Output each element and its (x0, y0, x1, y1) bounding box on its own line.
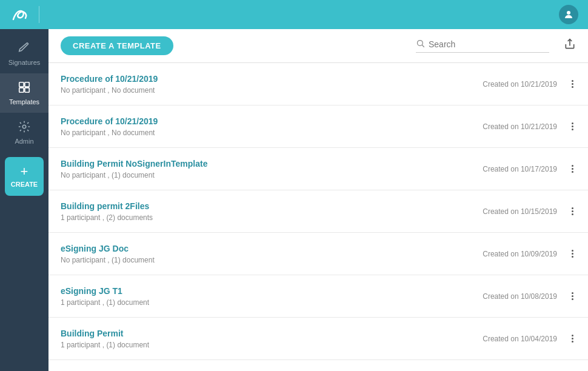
template-info: eSigning JG T1 1 participant , (1) docum… (61, 286, 483, 307)
template-date: Created on 10/04/2019 (483, 335, 557, 343)
sidebar: Signatures Templates Admin (0, 29, 48, 371)
template-row: Building Permit NoSignerInTemplate No pa… (48, 148, 588, 190)
template-row: Building Permit 1 participant , (1) docu… (48, 318, 588, 360)
template-date: Created on 10/08/2019 (483, 292, 557, 301)
template-menu-button[interactable] (569, 78, 576, 90)
template-info: Building permit 2Files 1 participant , (… (61, 201, 483, 222)
menu-dot (572, 250, 573, 252)
signatures-icon (18, 41, 31, 56)
template-meta: No participant , No document (61, 86, 483, 95)
create-template-button[interactable]: CREATE A TEMPLATE (61, 36, 173, 55)
menu-dot (572, 129, 573, 130)
template-name[interactable]: eSigning JG Doc (61, 244, 483, 253)
svg-rect-3 (19, 88, 24, 92)
content-header: CREATE A TEMPLATE (48, 29, 588, 63)
templates-icon (18, 81, 31, 96)
menu-dot (572, 165, 573, 167)
svg-rect-4 (25, 88, 29, 92)
menu-dot (572, 168, 573, 170)
sidebar-item-templates[interactable]: Templates (0, 73, 48, 113)
template-info: Building Permit NoSignerInTemplate No pa… (61, 159, 483, 179)
template-menu-button[interactable] (569, 332, 576, 345)
template-name[interactable]: Procedure of 10/21/2019 (61, 116, 483, 126)
menu-dot (572, 86, 573, 88)
menu-dot (572, 83, 573, 85)
create-button[interactable]: + CREATE (5, 157, 44, 196)
template-date: Created on 10/21/2019 (483, 80, 557, 89)
template-name[interactable]: Building Permit NoSignerInTemplate (61, 159, 483, 169)
template-meta: No participant , No document (61, 129, 483, 137)
svg-point-6 (418, 41, 423, 46)
template-row: eSigning JG Doc No participant , (1) doc… (48, 233, 588, 275)
menu-dot (572, 292, 573, 294)
template-row: Procedure of 10/21/2019 No participant ,… (48, 63, 588, 105)
sidebar-item-admin[interactable]: Admin (0, 113, 48, 152)
template-name[interactable]: Procedure of 10/21/2019 (61, 74, 483, 84)
template-name[interactable]: eSigning JG T1 (61, 286, 483, 296)
menu-dot (572, 210, 573, 212)
menu-dot (572, 338, 573, 339)
menu-dot (572, 207, 573, 209)
menu-dot (572, 80, 573, 82)
template-row: Procedure of 10/21/2019 No participant ,… (48, 105, 588, 148)
svg-point-5 (22, 125, 26, 129)
template-list: Procedure of 10/21/2019 No participant ,… (48, 63, 588, 371)
template-menu-button[interactable] (569, 205, 576, 218)
svg-rect-2 (25, 82, 29, 87)
sidebar-item-signatures[interactable]: Signatures (0, 34, 48, 73)
sidebar-item-templates-label: Templates (9, 98, 39, 105)
template-menu-button[interactable] (569, 120, 576, 133)
menu-dot (572, 341, 573, 343)
menu-dot (572, 335, 573, 336)
template-name[interactable]: Building Permit (61, 329, 483, 338)
template-date: Created on 10/09/2019 (483, 250, 557, 258)
template-name[interactable]: Building permit 2Files (61, 201, 483, 211)
menu-dot (572, 295, 573, 297)
menu-dot (572, 253, 573, 255)
menu-dot (572, 171, 573, 173)
menu-dot (572, 125, 573, 127)
menu-dot (572, 256, 573, 258)
svg-line-7 (422, 45, 424, 47)
content-area: CREATE A TEMPLATE (48, 29, 588, 371)
template-meta: 1 participant , (1) document (61, 341, 483, 349)
menu-dot (572, 122, 573, 124)
search-container (416, 39, 549, 53)
topbar (0, 0, 588, 29)
main-layout: Signatures Templates Admin (0, 29, 588, 371)
search-icon (416, 39, 425, 50)
template-info: Building Permit 1 participant , (1) docu… (61, 329, 483, 349)
create-plus-icon: + (21, 165, 28, 178)
search-input[interactable] (429, 39, 549, 49)
template-meta: No participant , (1) document (61, 171, 483, 179)
template-info: Procedure of 10/21/2019 No participant ,… (61, 74, 483, 95)
template-info: eSigning JG Doc No participant , (1) doc… (61, 244, 483, 264)
template-menu-button[interactable] (569, 247, 576, 260)
create-label: CREATE (11, 181, 38, 188)
svg-rect-1 (19, 82, 24, 87)
svg-point-0 (567, 11, 570, 15)
template-row: eSigning JG T1 1 participant , (1) docum… (48, 275, 588, 318)
sidebar-item-admin-label: Admin (15, 138, 33, 145)
logo (10, 4, 32, 25)
template-meta: 1 participant , (2) documents (61, 213, 483, 222)
template-menu-button[interactable] (569, 162, 576, 175)
topbar-divider (39, 6, 39, 23)
template-date: Created on 10/17/2019 (483, 165, 557, 173)
menu-dot (572, 298, 573, 300)
template-date: Created on 10/15/2019 (483, 207, 557, 216)
template-meta: No participant , (1) document (61, 256, 483, 264)
template-meta: 1 participant , (1) document (61, 298, 483, 307)
template-menu-button[interactable] (569, 290, 576, 302)
avatar[interactable] (559, 5, 578, 24)
template-row: Building permit 2Files 1 participant , (… (48, 190, 588, 233)
template-date: Created on 10/21/2019 (483, 122, 557, 131)
share-icon[interactable] (564, 38, 576, 53)
sidebar-item-signatures-label: Signatures (8, 59, 41, 66)
menu-dot (572, 213, 573, 215)
template-info: Procedure of 10/21/2019 No participant ,… (61, 116, 483, 137)
admin-icon (18, 120, 31, 135)
